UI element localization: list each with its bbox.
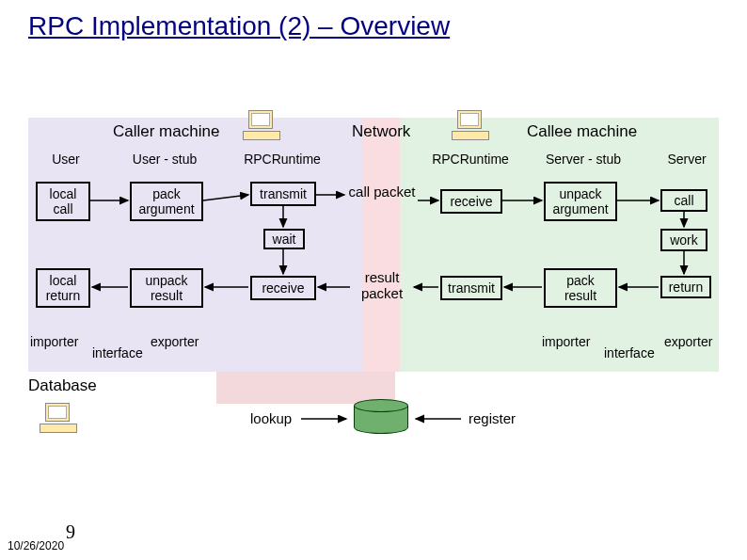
callee-header: Callee machine [527, 122, 637, 141]
box-local-return: localreturn [36, 268, 90, 308]
col-rpcruntime-l: RPCRuntime [235, 152, 329, 167]
label-exporter-l: exporter [151, 334, 199, 349]
computer-icon [243, 110, 280, 144]
caller-header: Caller machine [113, 122, 219, 141]
footer-date: 10/26/2020 [8, 539, 64, 552]
label-result-packet: resultpacket [352, 270, 412, 301]
label-interface-r: interface [604, 345, 655, 360]
page-title: RPC Implementation (2) – Overview [0, 0, 747, 41]
box-pack-argument: packargument [130, 182, 203, 221]
label-exporter-r: exporter [664, 334, 712, 349]
rpc-diagram: Caller machine Network Callee machine Us… [28, 118, 719, 400]
label-register: register [469, 410, 516, 426]
box-transmit-r: transmit [440, 276, 502, 300]
box-work: work [660, 229, 707, 251]
label-call-packet: call packet [344, 184, 420, 200]
box-call: call [660, 189, 707, 212]
database-label: Database [28, 376, 97, 395]
box-pack-result: packresult [544, 268, 617, 308]
col-user-stub: User - stub [122, 152, 207, 167]
label-interface-l: interface [92, 345, 143, 360]
col-user: User [38, 152, 94, 167]
database-icon [354, 399, 408, 440]
computer-icon [40, 403, 77, 437]
label-importer-r: importer [542, 334, 590, 349]
col-server-stub: Server - stub [536, 152, 630, 167]
footer-page-number: 9 [66, 521, 75, 543]
box-wait: wait [263, 229, 305, 249]
label-importer-l: importer [30, 334, 78, 349]
box-receive-r: receive [440, 189, 502, 214]
box-unpack-argument: unpackargument [544, 182, 617, 221]
computer-icon [452, 110, 489, 144]
box-return: return [660, 276, 711, 298]
label-lookup: lookup [250, 410, 292, 426]
network-bg [362, 118, 400, 372]
box-unpack-result: unpackresult [130, 268, 203, 308]
network-header: Network [352, 122, 410, 141]
box-receive-l: receive [250, 276, 316, 300]
col-server: Server [659, 152, 715, 167]
box-local-call: localcall [36, 182, 90, 221]
box-transmit-l: transmit [250, 182, 316, 206]
col-rpcruntime-r: RPCRuntime [423, 152, 517, 167]
